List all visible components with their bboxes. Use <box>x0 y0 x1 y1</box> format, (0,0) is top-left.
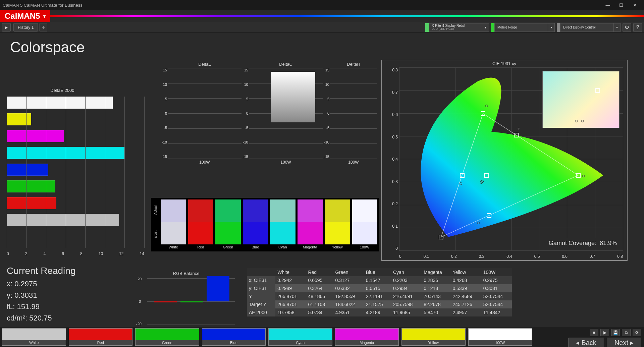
swatch-strip: ActualTarget WhiteRedGreenBlueCyanMagent… <box>151 198 379 251</box>
help-button[interactable]: ? <box>633 23 642 32</box>
table-header: 100W <box>481 268 512 276</box>
swatch-label: Blue <box>243 244 268 250</box>
table-cell: 11.9685 <box>391 308 422 316</box>
cie-target-marker <box>514 133 519 137</box>
nav-link-button[interactable]: ⧉ <box>622 329 631 336</box>
swatch-label: Yellow <box>325 244 350 250</box>
table-cell: 2.4957 <box>450 308 481 316</box>
save-icon: 💾 <box>613 330 618 335</box>
table-cell: 48.1865 <box>306 292 333 300</box>
table-cell: 11.4342 <box>481 308 512 316</box>
table-row: Y266.870148.1865192.855922.1141216.46917… <box>247 292 512 300</box>
play-icon: ▶ <box>603 330 606 335</box>
swatch-col: Yellow <box>325 199 350 250</box>
cie-inset <box>542 71 620 128</box>
table-row: y: CIE310.29890.32640.63320.05150.29340.… <box>247 284 512 292</box>
next-button[interactable]: Next▸ <box>607 338 641 347</box>
cie-target-marker <box>487 213 491 218</box>
deltae-bar <box>7 113 31 125</box>
gamut-value: 81.9% <box>600 240 617 246</box>
gamut-label-text: Gamut Coverage: <box>549 240 596 246</box>
nav-play-button[interactable]: ▶ <box>600 329 609 336</box>
footer-nav: ■ ▶ 💾 ⧉ ⟳ ◂Back Next▸ <box>535 328 642 346</box>
table-cell: 4.9351 <box>333 308 364 316</box>
footer-swatch[interactable]: Green <box>135 328 199 346</box>
swatch-col: Green <box>215 199 241 250</box>
window-title: CalMAN 5 CalMAN Ultimate for Business <box>3 3 83 8</box>
cr-x-value: 0.2975 <box>14 280 37 288</box>
cr-y-label: y: <box>7 291 12 299</box>
tab-add-button[interactable]: + <box>39 23 47 32</box>
table-cell: 0.3031 <box>481 284 512 292</box>
gradient-box <box>271 72 315 122</box>
close-button[interactable]: ✕ <box>628 0 641 10</box>
chevron-down-icon[interactable]: ▾ <box>614 23 621 32</box>
table-cell: 0.2942 <box>275 276 306 284</box>
table-cell: 266.8701 <box>275 292 306 300</box>
footer-swatch[interactable]: White <box>2 328 66 346</box>
logo-dropdown-icon[interactable]: ▾ <box>43 13 46 19</box>
chevron-down-icon[interactable]: ▾ <box>482 23 489 32</box>
footer-swatch[interactable]: 100W <box>468 328 532 346</box>
next-label: Next <box>614 339 628 347</box>
cr-y-value: 0.3031 <box>14 291 37 299</box>
rgb-bar <box>207 276 229 301</box>
current-reading: Current Reading x: 0.2975 y: 0.3031 fL: … <box>7 266 75 325</box>
table-header: Yellow <box>450 268 481 276</box>
table-cell: 520.7544 <box>481 292 512 300</box>
cr-cdm2-value: 520.75 <box>29 314 52 322</box>
deltae-bar <box>7 214 119 226</box>
swatch-row-actual: Actual <box>154 210 157 215</box>
current-reading-title: Current Reading <box>7 266 75 276</box>
app-logo[interactable]: CalMAN5 ▾ <box>0 10 50 22</box>
footer-swatch[interactable]: Red <box>69 328 133 346</box>
page-title: Colorspace <box>10 39 85 56</box>
deltaL-chart: DeltaL 151050-5-10-15 100W <box>168 62 241 159</box>
cie-target-marker <box>460 173 465 178</box>
device-selector-meter[interactable]: X-Rite i1Display RetailLCD (LED RGB) ▾ <box>425 23 489 32</box>
deltaC-chart: DeltaC 151050-5-10-15 100W <box>249 62 323 159</box>
back-button[interactable]: ◂Back <box>568 338 604 347</box>
footer-swatch[interactable]: Blue <box>202 328 266 346</box>
device-selector-display[interactable]: Direct Display Control ▾ <box>557 23 621 32</box>
window-titlebar: CalMAN 5 CalMAN Ultimate for Business — … <box>0 0 644 10</box>
rgb-bar <box>154 301 177 302</box>
cie-measured-point <box>477 222 480 224</box>
footer-swatch[interactable]: Yellow <box>401 328 466 346</box>
table-cell: 245.7126 <box>450 300 481 308</box>
table-cell: 21.1575 <box>364 300 391 308</box>
gear-icon: ⚙ <box>625 24 629 31</box>
footer: WhiteRedGreenBlueCyanMagentaYellow100W ■… <box>0 327 644 347</box>
settings-button[interactable]: ⚙ <box>623 23 631 32</box>
link-icon: ⧉ <box>625 330 628 335</box>
x-label: 100W <box>249 160 323 165</box>
footer-swatch[interactable]: Magenta <box>335 328 399 346</box>
table-cell: 0.6332 <box>333 284 364 292</box>
nav-refresh-button[interactable]: ⟳ <box>633 329 641 336</box>
swatch-col: Magenta <box>298 199 323 250</box>
device-selector-source[interactable]: Mobile Forge ▾ <box>491 23 555 32</box>
chevron-down-icon[interactable]: ▾ <box>548 23 555 32</box>
footer-swatch[interactable]: Cyan <box>268 328 332 346</box>
cie-measured-point <box>441 238 444 240</box>
swatch-label: Cyan <box>270 244 296 250</box>
maximize-button[interactable]: ☐ <box>614 0 628 10</box>
swatch-label: Magenta <box>298 244 323 250</box>
cie-measured-point <box>582 175 585 177</box>
deltaH-title: DeltaH <box>330 62 377 67</box>
nav-stop-button[interactable]: ■ <box>590 329 598 336</box>
tab-history[interactable]: History 1 <box>13 23 38 32</box>
x-label: 100W <box>168 160 241 165</box>
table-cell: 5.0734 <box>306 308 333 316</box>
table-cell: 0.2836 <box>422 276 450 284</box>
minimize-button[interactable]: — <box>601 0 614 10</box>
deltaH-chart: DeltaH 151050-5-10-15 100W <box>330 62 377 159</box>
nav-save-button[interactable]: 💾 <box>611 329 620 336</box>
tab-back-button[interactable]: ▸ <box>2 23 11 32</box>
table-cell: 0.0515 <box>364 284 391 292</box>
logo-row: CalMAN5 ▾ <box>0 10 644 22</box>
swatch-label: 100W <box>352 244 378 250</box>
table-cell: 0.1213 <box>422 284 450 292</box>
footer-swatch-label: Magenta <box>335 340 399 345</box>
table-cell: 205.7598 <box>391 300 422 308</box>
